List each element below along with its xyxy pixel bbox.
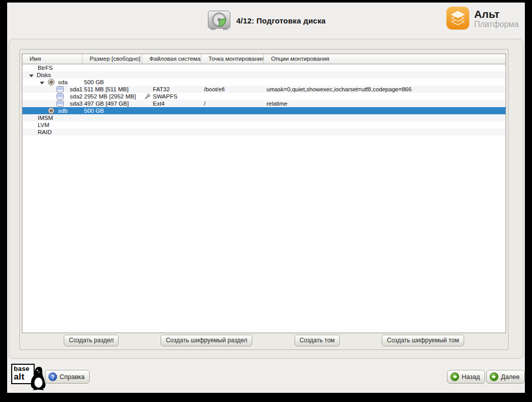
size-value: 500 GB <box>83 79 142 86</box>
mountoptions-value: umask=0,quiet,showexec,iocharset=utf8,co… <box>264 86 506 93</box>
table-actions: Создать раздел Создать шифруемый раздел … <box>22 334 506 347</box>
tree-row-sda[interactable]: sda 500 GB <box>22 79 506 86</box>
back-arrow-icon <box>450 372 459 381</box>
create-encrypted-partition-button[interactable]: Создать шифруемый раздел <box>161 335 252 346</box>
column-header-mountpoint[interactable]: Точка монтирования <box>201 54 264 64</box>
row-label: sda2 <box>70 93 83 100</box>
mountpoint-value: /boot/efi <box>201 86 264 93</box>
footer-bar: base alt ? Справка <box>7 361 525 393</box>
row-label: BtrFS <box>38 64 52 71</box>
partitions-table: Имя Размер [свободно] Файловая система Т… <box>22 54 506 333</box>
column-header-size[interactable]: Размер [свободно] <box>83 54 142 64</box>
next-arrow-icon <box>490 372 498 381</box>
row-label: RAID <box>38 129 51 136</box>
partition-icon <box>56 86 64 93</box>
alt-platform-icon <box>446 7 469 32</box>
help-icon: ? <box>48 372 57 381</box>
help-button[interactable]: ? Справка <box>45 370 90 384</box>
partition-icon <box>56 93 64 100</box>
back-button-label: Назад <box>462 373 480 381</box>
filesystem-value: FAT32 <box>153 86 170 93</box>
help-button-label: Справка <box>60 373 85 381</box>
wrench-icon <box>142 93 153 100</box>
table-header-row: Имя Размер [свободно] Файловая система Т… <box>22 54 506 64</box>
row-label: sda1 <box>70 86 83 93</box>
row-label: IMSM <box>38 114 53 121</box>
expander-icon[interactable] <box>29 73 34 78</box>
mountpoint-value: / <box>201 100 264 107</box>
tree-row-sdb[interactable]: sdb 500 GB <box>22 107 506 114</box>
row-label: Disks <box>37 71 51 79</box>
tree-row-sda1[interactable]: sda1 511 MB [511 MB] FAT32 /boot/efi uma… <box>22 86 506 93</box>
back-button[interactable]: Назад <box>447 370 485 384</box>
next-button-label: Далее <box>501 373 520 381</box>
create-encrypted-volume-button[interactable]: Создать шифруемый том <box>382 335 464 346</box>
partition-icon <box>56 100 64 107</box>
page-title: 4/12: Подготовка диска <box>236 16 326 25</box>
create-volume-button[interactable]: Создать том <box>295 335 340 346</box>
size-value: 500 GB <box>83 107 142 114</box>
expander-icon[interactable] <box>40 80 44 85</box>
create-partition-button[interactable]: Создать раздел <box>64 335 119 346</box>
basealt-logo: base alt <box>10 363 48 391</box>
tree-row-lvm[interactable]: LVM <box>22 121 506 129</box>
row-label: sda <box>58 79 68 86</box>
tree-row-disks[interactable]: Disks <box>22 71 506 79</box>
filesystem-value: SWAPFS <box>153 93 177 100</box>
filesystem-value: Ext4 <box>153 100 165 107</box>
size-value: 497 GB [497 GB] <box>83 100 142 107</box>
brand-logo: Альт Платформа <box>446 7 519 31</box>
disk-preparation-panel: Имя Размер [свободно] Файловая система Т… <box>9 39 523 359</box>
tree-row-imsm[interactable]: IMSM <box>22 114 506 121</box>
row-label: sdb <box>58 107 68 114</box>
tree-row-btrfs[interactable]: BtrFS <box>22 64 506 71</box>
disk-icon <box>47 79 55 86</box>
disk-pie-icon <box>206 10 232 31</box>
column-header-mountoptions[interactable]: Опции монтирования <box>264 54 506 64</box>
disk-icon <box>47 107 55 114</box>
tree-row-sda2[interactable]: sda2 2952 MB [2952 MB] SWAPFS <box>22 93 506 100</box>
row-label: LVM <box>38 121 49 129</box>
size-value: 2952 MB [2952 MB] <box>83 93 142 100</box>
mountoptions-value: relatime <box>264 100 506 107</box>
next-button[interactable]: Далее <box>486 370 525 384</box>
brand-name: Альт <box>474 9 519 20</box>
tree-row-raid[interactable]: RAID <box>22 129 506 136</box>
installer-window: 4/12: Подготовка диска Альт Платформа <box>7 3 525 393</box>
size-value: 511 MB [511 MB] <box>83 86 142 93</box>
brand-subtitle: Платформа <box>474 20 519 29</box>
row-label: sda3 <box>70 100 83 107</box>
column-header-name[interactable]: Имя <box>22 54 83 64</box>
column-header-filesystem[interactable]: Файловая система <box>142 54 201 64</box>
tree-row-sda3[interactable]: sda3 497 GB [497 GB] Ext4 / relatime <box>22 100 506 107</box>
